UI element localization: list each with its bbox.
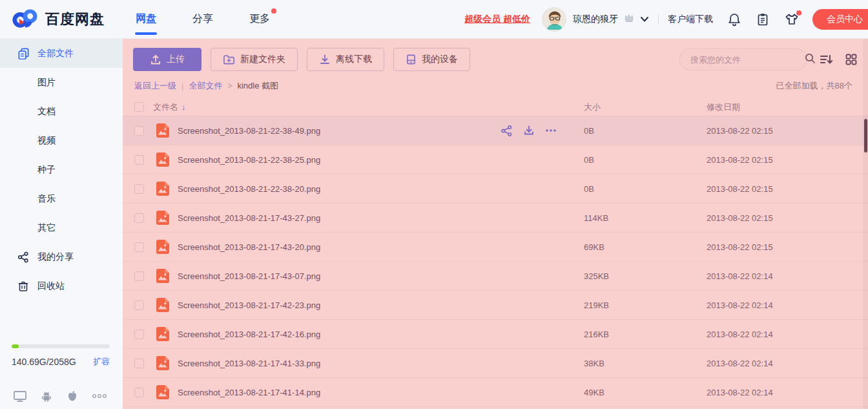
table-row[interactable]: Screenshot_2013-08-21-17-43-20.png 69KB …: [123, 233, 868, 262]
baidu-netdisk-cloud-icon: [12, 6, 39, 32]
new-folder-icon: [223, 54, 235, 65]
download-file-icon[interactable]: [523, 125, 535, 136]
my-devices-button[interactable]: 我的设备: [393, 48, 470, 71]
breadcrumb: 返回上一级 | 全部文件 > kindle 截图 已全部加载，共88个: [123, 71, 868, 92]
table-row[interactable]: Screenshot_2013-08-21-17-41-33.png 38KB …: [123, 349, 868, 378]
table-header: 文件名 ↓ 大小 修改日期: [123, 98, 868, 116]
image-file-icon: [154, 209, 171, 226]
row-checkbox[interactable]: [134, 271, 144, 281]
column-header-date[interactable]: 修改日期: [707, 101, 868, 113]
row-checkbox[interactable]: [134, 330, 144, 339]
storage-meter: 140.69G/2058G 扩容: [12, 344, 110, 368]
grid-view-icon[interactable]: [845, 53, 858, 66]
table-row[interactable]: Screenshot_2013-08-21-17-41-14.png 49KB …: [123, 378, 868, 407]
sidebar-item-torrents[interactable]: 种子: [0, 155, 123, 184]
search-box: [679, 48, 807, 70]
scrollbar-track[interactable]: [863, 39, 868, 409]
svip-promo-link[interactable]: 超级会员 超低价: [464, 14, 530, 25]
more-devices-icon[interactable]: [92, 393, 107, 399]
avatar[interactable]: [542, 7, 566, 32]
search-icon[interactable]: [804, 52, 816, 67]
vip-center-button[interactable]: 会员中心: [812, 9, 868, 30]
row-checkbox[interactable]: [134, 155, 144, 165]
file-date: 2013-08-22 02:14: [707, 330, 868, 339]
file-name[interactable]: Screenshot_2013-08-21-22-38-25.png: [178, 155, 320, 165]
sidebar-item-documents[interactable]: 文档: [0, 97, 123, 126]
row-checkbox[interactable]: [134, 388, 144, 397]
chevron-down-icon[interactable]: [640, 16, 649, 23]
table-row[interactable]: Screenshot_2013-08-21-22-38-25.png 0B 20…: [123, 145, 868, 174]
file-size: 325KB: [584, 271, 707, 281]
file-name[interactable]: Screenshot_2013-08-21-22-38-20.png: [178, 184, 320, 194]
select-all-checkbox[interactable]: [134, 102, 144, 112]
clipboard-icon[interactable]: [756, 12, 770, 26]
sort-order-icon[interactable]: [819, 53, 833, 66]
row-checkbox[interactable]: [134, 242, 144, 252]
tab-share[interactable]: 分享: [192, 10, 213, 28]
file-size: 38KB: [584, 359, 707, 368]
file-date: 2013-08-22 02:15: [707, 242, 868, 252]
desktop-client-icon[interactable]: [13, 390, 27, 403]
column-header-size[interactable]: 大小: [584, 101, 707, 113]
file-size: 219KB: [584, 300, 707, 310]
breadcrumb-back-link[interactable]: 返回上一级: [134, 80, 176, 92]
row-checkbox[interactable]: [134, 359, 144, 368]
scrollbar-thumb[interactable]: [864, 119, 867, 152]
image-file-icon: [154, 180, 171, 197]
sidebar-item-recycle-bin[interactable]: 回收站: [0, 271, 123, 300]
breadcrumb-root-link[interactable]: 全部文件: [189, 80, 222, 92]
row-checkbox[interactable]: [134, 300, 144, 310]
sidebar: 全部文件 图片 文档 视频 种子 音乐 其它 我的分享 回收站 140.69G/…: [0, 39, 123, 409]
file-list: Screenshot_2013-08-21-22-38-49.png 0B 20…: [123, 116, 868, 407]
table-row[interactable]: Screenshot_2013-08-21-17-43-07.png 325KB…: [123, 262, 868, 291]
row-checkbox[interactable]: [134, 126, 144, 136]
android-client-icon[interactable]: [40, 390, 53, 403]
sidebar-item-other[interactable]: 其它: [0, 213, 123, 242]
tab-more[interactable]: 更多: [249, 10, 270, 28]
expand-storage-link[interactable]: 扩容: [93, 356, 110, 368]
username[interactable]: 琼恩的狼牙: [573, 14, 618, 25]
sort-desc-arrow-icon[interactable]: ↓: [181, 102, 186, 112]
tab-netdisk[interactable]: 网盘: [136, 10, 156, 28]
share-file-icon[interactable]: [501, 125, 513, 137]
file-size: 114KB: [584, 213, 707, 223]
row-checkbox[interactable]: [134, 184, 144, 194]
sidebar-item-my-shares[interactable]: 我的分享: [0, 242, 123, 271]
file-browser: 上传 新建文件夹 离线下载 我的设备: [123, 39, 868, 409]
file-name[interactable]: Screenshot_2013-08-21-17-43-20.png: [178, 242, 320, 252]
upload-button[interactable]: 上传: [133, 48, 202, 71]
sidebar-item-videos[interactable]: 视频: [0, 126, 123, 155]
table-row[interactable]: Screenshot_2013-08-21-17-43-27.png 114KB…: [123, 204, 868, 233]
column-header-name[interactable]: 文件名: [153, 101, 178, 113]
file-name[interactable]: Screenshot_2013-08-21-17-42-23.png: [178, 300, 320, 310]
file-size: 49KB: [584, 388, 707, 397]
file-name[interactable]: Screenshot_2013-08-21-17-43-07.png: [178, 271, 320, 281]
new-folder-button[interactable]: 新建文件夹: [211, 48, 298, 71]
brand-logo[interactable]: 百度网盘: [12, 6, 105, 32]
sidebar-item-pictures[interactable]: 图片: [0, 68, 123, 97]
file-name[interactable]: Screenshot_2013-08-21-22-38-49.png: [178, 126, 320, 136]
file-date: 2013-08-22 02:15: [707, 126, 868, 136]
main-nav: 网盘 分享 更多: [136, 10, 270, 28]
toolbar: 上传 新建文件夹 离线下载 我的设备: [123, 39, 868, 71]
table-row[interactable]: Screenshot_2013-08-21-22-38-49.png 0B 20…: [123, 116, 868, 145]
row-checkbox[interactable]: [134, 213, 144, 223]
divider: [658, 14, 659, 25]
file-name[interactable]: Screenshot_2013-08-21-17-43-27.png: [178, 213, 320, 223]
bell-icon[interactable]: [727, 12, 741, 26]
search-input[interactable]: [690, 55, 804, 65]
apple-client-icon[interactable]: [66, 390, 79, 403]
file-name[interactable]: Screenshot_2013-08-21-17-42-16.png: [178, 330, 320, 339]
more-actions-icon[interactable]: [545, 129, 557, 132]
file-name[interactable]: Screenshot_2013-08-21-17-41-14.png: [178, 388, 320, 397]
sidebar-item-music[interactable]: 音乐: [0, 184, 123, 213]
table-row[interactable]: Screenshot_2013-08-21-22-38-20.png 0B 20…: [123, 174, 868, 204]
table-row[interactable]: Screenshot_2013-08-21-17-42-16.png 216KB…: [123, 320, 868, 349]
table-row[interactable]: Screenshot_2013-08-21-17-42-23.png 219KB…: [123, 291, 868, 320]
client-download-link[interactable]: 客户端下载: [668, 14, 713, 25]
device-icon: [406, 54, 417, 65]
sidebar-item-all-files[interactable]: 全部文件: [0, 39, 123, 68]
tshirt-gift-icon[interactable]: [784, 12, 800, 26]
offline-download-button[interactable]: 离线下载: [307, 48, 384, 71]
file-name[interactable]: Screenshot_2013-08-21-17-41-33.png: [178, 359, 320, 368]
